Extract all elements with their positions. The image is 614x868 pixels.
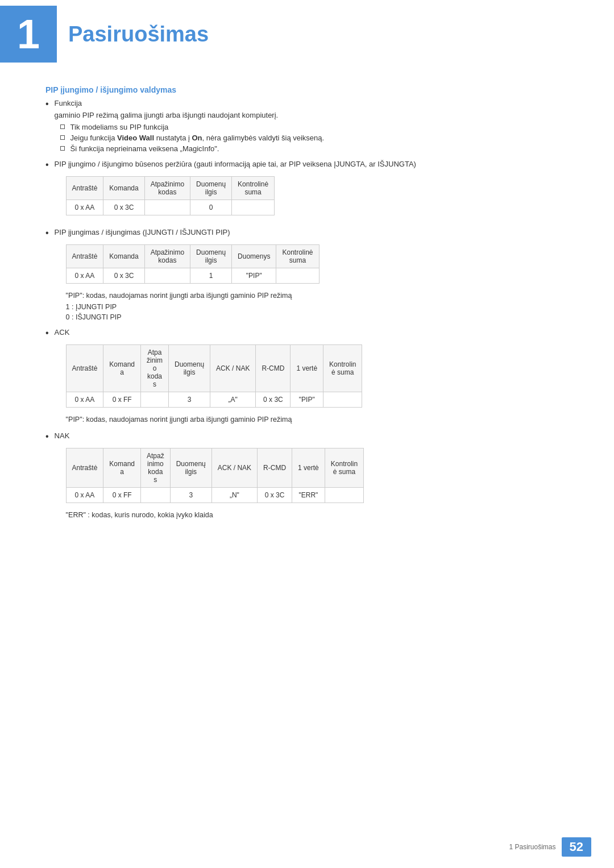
table4-col8: Kontrolinė suma (325, 448, 363, 488)
table2-header-row: Antraštė Komanda Atpažinimokodas Duomenų… (66, 245, 319, 268)
table1-wrapper: Antraštė Komanda Atpažinimokodas Duomenų… (66, 176, 569, 215)
bullet-funkcija-desc: gaminio PIP režimą galima įjungti arba i… (55, 111, 569, 119)
table2-data-row: 0 x AA 0 x 3C 1 "PIP" (66, 268, 319, 284)
sub-bullet-item-3: Ši funkcija neprieinama veiksena „MagicI… (60, 144, 569, 153)
table2-col3: Atpažinimokodas (144, 245, 190, 268)
table2-cell-4: 1 (190, 268, 232, 284)
bullet-dot-1: • (45, 99, 49, 155)
bullet-ijungimas-content: PIP įjungimas / išjungimas (ĮJUNGTI / IŠ… (55, 228, 569, 323)
table2-cell-1: 0 x AA (66, 268, 103, 284)
table2-col1: Antraštė (66, 245, 103, 268)
table1-data-row: 0 x AA 0 x 3C 0 (66, 200, 275, 215)
bullet-dot-4: • (45, 328, 49, 427)
footer-page-number: 52 (562, 837, 591, 857)
table1-cell-5 (232, 200, 275, 215)
sub-bullet-item-1: Tik modeliams su PIP funkcija (60, 123, 569, 131)
table3-col2: Komanda (103, 345, 141, 392)
table2-col6: Kontrolinėsuma (276, 245, 319, 268)
bullet-dot-3: • (45, 228, 49, 323)
sub-bullet-text-1: Tik modeliams su PIP funkcija (70, 123, 169, 131)
table1: Antraštė Komanda Atpažinimokodas Duomenų… (66, 176, 275, 215)
table2-cell-6 (276, 268, 319, 284)
chapter-header: 1 Pasiruošimas (0, 0, 614, 63)
footer-chapter-label: 1 Pasiruošimas (509, 843, 555, 851)
sub-bullet-square-3 (60, 146, 65, 151)
bullet-dot-5: • (45, 431, 49, 522)
sub-bullet-item-2: Jeigu funkcija Video Wall nustatyta į On… (60, 134, 569, 142)
table1-col1: Antraštė (66, 177, 103, 200)
bullet-ack: • ACK Antraštė Komanda Atpažinimokodas D… (45, 328, 569, 427)
table2-cell-3 (144, 268, 190, 284)
table3-cell-3 (141, 392, 169, 408)
table3-col8: Kontrolinė suma (323, 345, 362, 392)
table4-col6: R-CMD (258, 448, 292, 488)
table2-col4: Duomenųilgis (190, 245, 232, 268)
table1-cell-2: 0 x 3C (103, 200, 144, 215)
table2-note1: "PIP": kodas, naudojamas norint įjungti … (66, 292, 569, 300)
bullet-busenos-content: PIP įjungimo / išjungimo būsenos peržiūr… (55, 160, 569, 223)
chapter-title: Pasiruošimas (68, 22, 209, 47)
table3-col5: ACK / NAK (210, 345, 256, 392)
table4: Antraštė Komanda Atpažinimokodas Duomenų… (66, 448, 364, 503)
table3-col6: R-CMD (256, 345, 291, 392)
table4-cell-3 (141, 488, 171, 503)
main-content: PIP įjungimo / išjungimo valdymas • Funk… (0, 85, 614, 561)
table4-cell-7: "ERR" (292, 488, 325, 503)
table4-cell-8 (325, 488, 363, 503)
table3-cell-4: 3 (169, 392, 210, 408)
table4-wrapper: Antraštė Komanda Atpažinimokodas Duomenų… (66, 448, 569, 503)
table1-col2: Komanda (103, 177, 144, 200)
table3-header-row: Antraštė Komanda Atpažinimokodas Duomenų… (66, 345, 362, 392)
bullet-funkcija-label: Funkcija (55, 99, 82, 107)
bullet-nak-content: NAK Antraštė Komanda Atpažinimokodas Duo… (55, 431, 569, 522)
table4-col3: Atpažinimokodas (141, 448, 171, 488)
chapter-title-block: Pasiruošimas (57, 6, 209, 63)
table3-cell-1: 0 x AA (66, 392, 103, 408)
bullet-nak: • NAK Antraštė Komanda Atpažinimokodas D… (45, 431, 569, 522)
table3-cell-7: "PIP" (291, 392, 323, 408)
table1-cell-3 (144, 200, 190, 215)
bullet-nak-label: NAK (55, 431, 70, 440)
footer: 1 Pasiruošimas 52 (509, 837, 591, 857)
bullet-busenos: • PIP įjungimo / išjungimo būsenos perži… (45, 160, 569, 223)
table2-wrapper: Antraštė Komanda Atpažinimokodas Duomenų… (66, 244, 569, 284)
table2-cell-2: 0 x 3C (103, 268, 144, 284)
table4-note: "ERR" : kodas, kuris nurodo, kokia įvyko… (66, 511, 569, 519)
table1-header-row: Antraštė Komanda Atpažinimokodas Duomenų… (66, 177, 275, 200)
bullet-dot-2: • (45, 160, 49, 223)
bullet-funkcija-content: Funkcija gaminio PIP režimą galima įjung… (55, 99, 569, 155)
table3-col3: Atpažinimokodas (141, 345, 169, 392)
table1-col4: Duomenųilgis (190, 177, 232, 200)
table4-cell-1: 0 x AA (66, 488, 103, 503)
table2-note3: 0 : IŠJUNGTI PIP (66, 313, 569, 321)
section-title: PIP įjungimo / išjungimo valdymas (45, 85, 569, 94)
table3-cell-5: „A" (210, 392, 256, 408)
table3: Antraštė Komanda Atpažinimokodas Duomenų… (66, 344, 363, 408)
table3-col7: 1 vertė (291, 345, 323, 392)
sub-bullet-text-2: Jeigu funkcija Video Wall nustatyta į On… (70, 134, 325, 142)
table3-note: "PIP": kodas, naudojamas norint įjungti … (66, 416, 569, 423)
table2-cell-5: "PIP" (232, 268, 276, 284)
table3-wrapper: Antraštė Komanda Atpažinimokodas Duomenų… (66, 344, 569, 408)
table4-col5: ACK / NAK (211, 448, 257, 488)
table3-cell-8 (323, 392, 362, 408)
table2-col2: Komanda (103, 245, 144, 268)
table3-col1: Antraštė (66, 345, 103, 392)
table4-col2: Komanda (103, 448, 141, 488)
table4-cell-4: 3 (170, 488, 211, 503)
table1-col3: Atpažinimokodas (144, 177, 190, 200)
table3-cell-6: 0 x 3C (256, 392, 291, 408)
table3-data-row: 0 x AA 0 x FF 3 „A" 0 x 3C "PIP" (66, 392, 362, 408)
sub-bullet-text-3: Ši funkcija neprieinama veiksena „MagicI… (70, 144, 219, 153)
chapter-number: 1 (0, 6, 57, 63)
sub-bullet-square-2 (60, 135, 65, 140)
table4-cell-2: 0 x FF (103, 488, 141, 503)
sub-bullet-square-1 (60, 124, 65, 129)
table4-cell-6: 0 x 3C (258, 488, 292, 503)
table2-note2: 1 : ĮJUNGTI PIP (66, 303, 569, 311)
table1-cell-4: 0 (190, 200, 232, 215)
bullet-ijungimas: • PIP įjungimas / išjungimas (ĮJUNGTI / … (45, 228, 569, 323)
table3-cell-2: 0 x FF (103, 392, 141, 408)
bullet-ack-label: ACK (55, 328, 70, 337)
table2: Antraštė Komanda Atpažinimokodas Duomenų… (66, 244, 320, 284)
